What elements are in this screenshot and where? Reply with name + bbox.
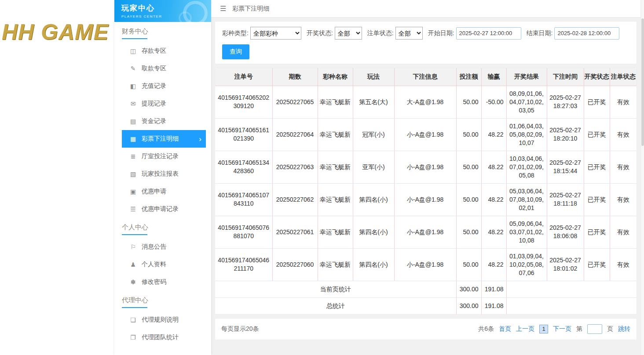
column-header: 下注信息 [394, 68, 456, 86]
sidebar-item-label: 彩票下注明细 [142, 135, 179, 143]
cell-period: 20250227060 [272, 248, 318, 281]
cell-period: 20250227062 [272, 183, 318, 216]
chevron-right-icon: › [199, 135, 201, 143]
table-row: 40156917406504621117020250227060幸运飞艇新第四名… [215, 248, 637, 281]
sidebar-item-promo-apply[interactable]: ▣优惠申请 [114, 183, 211, 200]
section-title-underline [122, 38, 147, 39]
cell-win-loss: 48.22 [481, 216, 506, 248]
first-page-link[interactable]: 首页 [499, 325, 511, 333]
sidebar-item-label: 充值记录 [142, 82, 166, 90]
cell-bet-status: 有效 [610, 248, 637, 281]
sidebar-item-doc[interactable]: ❏代理规则说明 [114, 311, 211, 329]
sidebar-item-label: 存款专区 [142, 47, 166, 55]
sidebar-item-bell[interactable]: ⚐消息公告 [114, 238, 211, 256]
vertical-scrollbar[interactable] [640, 0, 644, 355]
promo-apply-icon: ▣ [129, 188, 137, 195]
page-title: 彩票下注明细 [232, 5, 269, 13]
column-header: 彩种名称 [318, 68, 353, 86]
cell-result: 10,03,04,06,07,01,02,09,05,08 [506, 151, 547, 183]
cell-amount: 50.00 [456, 151, 481, 183]
search-button[interactable]: 查询 [222, 44, 249, 59]
hamburger-menu-icon[interactable]: ☰ [220, 4, 226, 13]
summary-winloss-total: 191.08 [481, 297, 506, 314]
column-header: 投注额 [456, 68, 481, 86]
pagination-bar: 每页显示20条 共6条 首页 上一页 1 下一页 第 页 跳转 [215, 318, 637, 340]
cell-play: 冠军(小) [353, 118, 394, 151]
table-header-row: 注单号期数彩种名称玩法下注信息投注额输赢开奖结果下注时间开奖状态注单状态 [215, 68, 637, 86]
sidebar-item-gear[interactable]: ✽修改密码 [114, 273, 211, 291]
bet-status-label: 注单状态: [367, 29, 394, 37]
sidebar-title: 玩家中心 [121, 3, 211, 13]
lottery-type-select[interactable]: 全部彩种 [250, 27, 301, 40]
page-jump-input[interactable] [587, 324, 602, 334]
section-title-underline [122, 307, 147, 308]
cell-win-loss: 48.22 [481, 118, 506, 151]
funds-icon: ▤ [129, 118, 137, 125]
column-header: 期数 [272, 68, 318, 86]
total-count-text: 共6条 [478, 325, 494, 333]
start-date-label: 开始日期: [428, 29, 454, 37]
sidebar-item-user[interactable]: ♟个人资料 [114, 256, 211, 273]
summary-bet-total: 300.00 [456, 297, 481, 314]
table-row: 40156917406510784311020250227062幸运飞艇新第四名… [215, 183, 637, 216]
current-page-badge[interactable]: 1 [539, 325, 548, 333]
cell-win-loss: -50.00 [481, 86, 506, 118]
sidebar-item-hall-bet[interactable]: ≣厅室投注记录 [114, 148, 211, 165]
cell-draw-status: 已开奖 [584, 248, 610, 281]
draw-status-select[interactable]: 全部 [335, 27, 362, 40]
prev-page-link[interactable]: 上一页 [516, 325, 534, 333]
end-date-input[interactable] [554, 27, 619, 40]
sidebar-item-label: 消息公告 [142, 243, 166, 251]
table-row: 40156917406513442836020250227063幸运飞艇新亚军(… [215, 151, 637, 183]
sidebar-item-player-report[interactable]: ▧玩家投注报表 [114, 165, 211, 183]
start-date-input[interactable] [456, 27, 521, 40]
user-icon: ♟ [129, 261, 137, 268]
cell-lottery: 幸运飞艇新 [318, 118, 353, 151]
deposit-icon: ◫ [129, 47, 137, 54]
cell-time: 2025-02-27 18:20:10 [547, 118, 584, 151]
sidebar-item-label: 优惠申请 [142, 188, 166, 196]
table-row: 40156917406520230912020250227065幸运飞艇新第五名… [215, 86, 637, 118]
bet-status-select[interactable]: 全部 [395, 27, 423, 40]
cell-lottery: 幸运飞艇新 [318, 216, 353, 248]
sidebar-item-promo-record[interactable]: ☰优惠申请记录 [114, 200, 211, 218]
cell-lottery: 幸运飞艇新 [318, 183, 353, 216]
cell-lottery: 幸运飞艇新 [318, 86, 353, 118]
cell-draw-status: 已开奖 [584, 183, 610, 216]
cell-win-loss: 48.22 [481, 248, 506, 281]
cell-bet-info: 小-A盘@1.98 [394, 216, 456, 248]
sidebar-section-title: 个人中心 [122, 223, 211, 232]
sidebar-section-title: 财务中心 [122, 27, 211, 36]
cell-play: 亚军(小) [353, 151, 394, 183]
cell-draw-status: 已开奖 [584, 216, 610, 248]
cell-lottery: 幸运飞艇新 [318, 248, 353, 281]
sidebar-item-withdraw[interactable]: ✎取款专区 [114, 60, 211, 77]
promo-record-icon: ☰ [129, 206, 137, 213]
lottery-type-label: 彩种类型: [222, 29, 249, 37]
column-header: 下注时间 [547, 68, 584, 86]
sidebar-item-deposit[interactable]: ◫存款专区 [114, 42, 211, 60]
cell-period: 20250227063 [272, 151, 318, 183]
next-page-link[interactable]: 下一页 [553, 325, 571, 333]
summary-blank [506, 297, 637, 314]
sidebar-item-cashout[interactable]: ✉提现记录 [114, 95, 211, 112]
jump-button[interactable]: 跳转 [618, 325, 630, 333]
cell-id: 401569174065202309120 [215, 86, 272, 118]
cell-bet-info: 小-A盘@1.98 [394, 183, 456, 216]
cell-result: 08,09,01,06,04,07,10,02,03,05 [506, 86, 547, 118]
sidebar-item-lottery-detail[interactable]: ▦彩票下注明细› [122, 130, 206, 148]
column-header: 注单号 [215, 68, 272, 86]
sidebar-item-team-stats[interactable]: ❐代理团队统计 [114, 329, 211, 346]
sidebar-item-funds[interactable]: ▤资金记录 [114, 112, 211, 130]
summary-bet-total: 300.00 [456, 281, 481, 297]
cell-bet-info: 小-A盘@1.98 [394, 118, 456, 151]
sidebar-item-recharge[interactable]: ◧充值记录 [114, 77, 211, 95]
jump-prefix-text: 第 [576, 325, 582, 333]
cell-bet-status: 有效 [610, 151, 637, 183]
scrollbar-thumb[interactable] [641, 18, 644, 146]
column-header: 玩法 [353, 68, 394, 86]
cell-id: 401569174065107843110 [215, 183, 272, 216]
cell-bet-status: 有效 [610, 183, 637, 216]
cell-period: 20250227061 [272, 216, 318, 248]
cell-result: 05,09,06,04,03,07,01,02,10,08 [506, 216, 547, 248]
